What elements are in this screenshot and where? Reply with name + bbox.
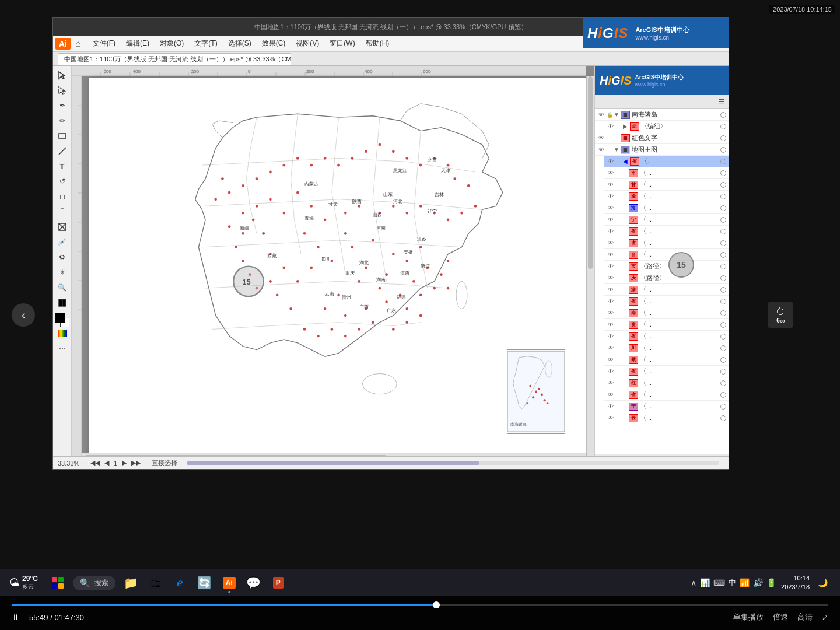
layer-item-sub2[interactable]: 👁 渝 〈... — [604, 191, 729, 202]
fullscreen-button[interactable]: ⤢ — [822, 613, 828, 622]
layer-item-sheng1[interactable]: 👁 ◀ 省 〈... — [604, 156, 729, 167]
layer-circle-gan[interactable] — [720, 182, 726, 188]
layer-item-road1[interactable]: 👁 市 〈路径〉 — [604, 261, 729, 272]
layer-eye-hai[interactable]: 👁 — [607, 204, 615, 212]
menu-text[interactable]: 文字(T) — [190, 37, 222, 50]
layer-eye-redtext[interactable]: 👁 — [597, 134, 606, 142]
layer-circle-sheng1[interactable] — [720, 159, 726, 164]
layer-eye-nanhai[interactable]: 👁 — [597, 111, 606, 119]
layer-item-ning[interactable]: 👁 宁 〈... — [604, 401, 729, 412]
tool-transform[interactable]: ⚙ — [55, 250, 69, 264]
layer-circle-redtext[interactable] — [720, 135, 726, 141]
layer-item-group[interactable]: 👁 ▶ 组 〈编组〉 — [604, 121, 729, 132]
layer-circle-sub4[interactable] — [720, 322, 726, 328]
layer-eye-sheng1[interactable]: 👁 — [607, 158, 615, 166]
layer-item-sub5[interactable]: 👁 藏 〈... — [604, 354, 729, 366]
layer-eye-sheng2[interactable]: 👁 — [607, 228, 615, 236]
layer-circle-mainmap[interactable] — [720, 147, 726, 153]
home-icon[interactable]: ⌂ — [75, 38, 81, 49]
system-time[interactable]: 10:14 2023/7/18 — [781, 574, 810, 592]
layer-circle-sheng2[interactable] — [720, 229, 726, 235]
layer-circle-yu[interactable] — [720, 287, 726, 293]
progress-knob[interactable] — [433, 601, 440, 608]
quality-button[interactable]: 高清 — [797, 612, 813, 622]
layer-arrow-group[interactable]: ▶ — [623, 123, 630, 130]
layer-eye-sheng3[interactable]: 👁 — [607, 239, 615, 247]
layer-eye-mainmap[interactable]: 👁 — [597, 146, 606, 154]
play-pause-button[interactable]: ⏸ — [12, 612, 20, 622]
layer-circle-sub5[interactable] — [720, 357, 726, 363]
layer-circle-sub3[interactable] — [720, 217, 726, 223]
tray-volume-icon[interactable]: 🔊 — [753, 578, 763, 587]
layer-circle-sheng7[interactable] — [720, 392, 726, 398]
layer-item-yu[interactable]: 👁 渝 〈... — [604, 284, 729, 296]
layer-item-redtext[interactable]: 👁 ▦ 红色文字 — [595, 132, 729, 144]
layer-eye-sub5[interactable]: 👁 — [607, 356, 615, 364]
tool-selection[interactable] — [55, 68, 69, 82]
tool-direct-selection[interactable] — [55, 83, 69, 97]
taskbar-weather[interactable]: 🌤 29°C 多云 — [9, 575, 38, 591]
tool-rect-frame[interactable] — [55, 220, 69, 234]
canvas-area[interactable]: -500 -400 -200 0 200 400 600 — [72, 66, 594, 469]
layer-eye-road1[interactable]: 👁 — [607, 262, 615, 271]
layer-eye-nan[interactable]: 👁 — [607, 309, 615, 317]
tool-pencil[interactable]: ✏ — [55, 114, 69, 128]
tool-line[interactable] — [55, 144, 69, 158]
layer-circle-hai[interactable] — [720, 205, 726, 211]
menu-edit[interactable]: 编辑(E) — [121, 37, 154, 50]
layer-circle-sheng4[interactable] — [720, 299, 726, 304]
layer-item-sheng4[interactable]: 👁 省 〈... — [604, 296, 729, 307]
video-progress-bar[interactable] — [12, 604, 828, 606]
layer-eye-sub3[interactable]: 👁 — [607, 216, 615, 224]
layer-item-sub4[interactable]: 👁 贵 〈... — [604, 319, 729, 331]
menu-select[interactable]: 选择(S) — [223, 37, 256, 50]
layer-eye-sheng4[interactable]: 👁 — [607, 298, 615, 306]
tray-battery-icon[interactable]: 🔋 — [766, 578, 776, 587]
layer-eye-group[interactable]: 👁 — [607, 123, 615, 131]
menu-help[interactable]: 帮助(H) — [361, 37, 394, 50]
layer-circle-group[interactable] — [720, 124, 726, 130]
tool-slice[interactable] — [55, 296, 69, 310]
layer-item-sheng6[interactable]: 👁 省 〈... — [604, 366, 729, 377]
layer-eye-ning[interactable]: 👁 — [607, 402, 615, 411]
layer-eye-sheng5[interactable]: 👁 — [607, 332, 615, 341]
menu-object[interactable]: 对象(O) — [155, 37, 188, 50]
layer-circle-road1[interactable] — [720, 264, 726, 270]
layer-item-gan[interactable]: 👁 甘 〈... — [604, 179, 729, 191]
layer-circle-road2[interactable] — [720, 275, 726, 281]
tool-symbol[interactable]: ✳ — [55, 265, 69, 279]
layer-eye-sub1[interactable]: 👁 — [607, 169, 615, 177]
layer-circle-nanhai[interactable] — [720, 112, 726, 118]
layer-item-sheng5[interactable]: 👁 省 〈... — [604, 331, 729, 342]
layer-arrow-sheng1[interactable]: ◀ — [623, 158, 630, 164]
layer-item-road2[interactable]: 👁 庆 〈路径〉 — [604, 272, 729, 284]
layer-circle-chuan[interactable] — [720, 345, 726, 351]
tool-rectangle[interactable] — [55, 129, 69, 143]
tool-rotate[interactable]: ↺ — [55, 174, 69, 188]
layer-circle-sheng3[interactable] — [720, 240, 726, 246]
layer-circle-sheng6[interactable] — [720, 369, 726, 374]
layer-eye-road2[interactable]: 👁 — [607, 274, 615, 282]
layers-list[interactable]: 👁 🔒 ▼ ▦ 南海诸岛 👁 ▶ 组 〈编组〉 — [595, 109, 729, 454]
layer-eye-hong[interactable]: 👁 — [607, 379, 615, 387]
taskbar-app-meeting[interactable]: 💬 — [243, 572, 265, 594]
layer-circle-hong[interactable] — [720, 380, 726, 386]
layer-eye-gan[interactable]: 👁 — [607, 181, 615, 189]
tool-pen[interactable]: ✒ — [55, 99, 69, 113]
layer-item-tai[interactable]: 👁 台 〈... — [604, 249, 729, 261]
tool-lasso[interactable]: ⌒ — [55, 205, 69, 219]
layer-eye-sub6[interactable]: 👁 — [607, 414, 615, 422]
tab-main[interactable]: 中国地图1：1100万（界线版 无邦国 无河流 线划（一））.eps* @ 33… — [58, 53, 291, 65]
layer-item-sheng3[interactable]: 👁 省 〈... — [604, 237, 729, 249]
speed-button[interactable]: 倍速 — [773, 612, 788, 622]
notification-center[interactable]: 🌙 — [814, 575, 831, 591]
layer-eye-tai[interactable]: 👁 — [607, 251, 615, 259]
layer-item-sheng2[interactable]: 👁 省 〈... — [604, 226, 729, 237]
layer-item-mainmap[interactable]: 👁 ▼ ▦ 地图主图 — [595, 144, 729, 156]
layer-circle-sheng5[interactable] — [720, 334, 726, 340]
tray-ime-icon[interactable]: 中 — [729, 578, 736, 588]
layer-eye-sheng7[interactable]: 👁 — [607, 391, 615, 399]
layer-eye-yu[interactable]: 👁 — [607, 286, 615, 294]
layer-item-nanhai[interactable]: 👁 🔒 ▼ ▦ 南海诸岛 — [595, 109, 729, 121]
tray-keyboard-icon[interactable]: ⌨ — [713, 578, 725, 587]
